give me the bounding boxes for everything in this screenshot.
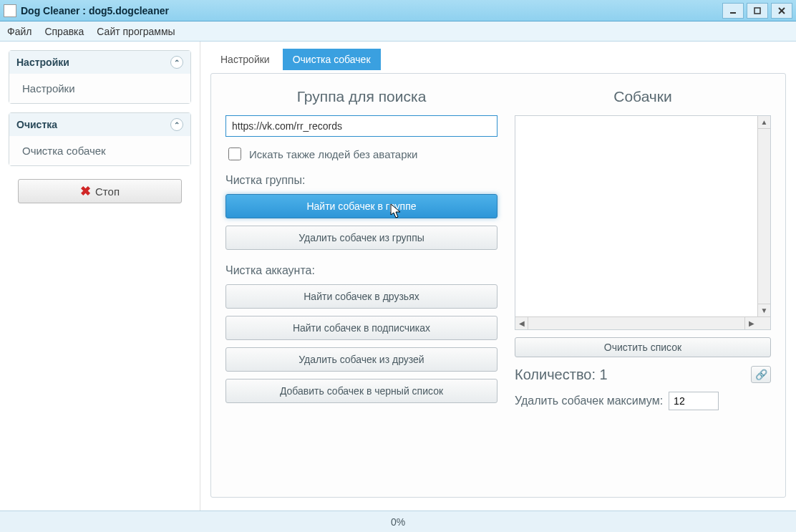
svg-rect-1 bbox=[754, 8, 760, 14]
add-dogs-blacklist-button[interactable]: Добавить собачек в черный список bbox=[225, 379, 498, 403]
menu-site[interactable]: Сайт программы bbox=[97, 26, 175, 37]
sidebar-item-clean-dogs[interactable]: Очистка собачек bbox=[9, 136, 190, 165]
tabs: Настройки Очистка собачек bbox=[210, 49, 786, 70]
delete-dogs-friends-button[interactable]: Удалить собачек из друзей bbox=[225, 347, 498, 372]
sidebar-item-settings[interactable]: Настройки bbox=[9, 74, 190, 103]
progress-bar bbox=[6, 516, 380, 528]
dogs-listbox[interactable]: ▲ ▼ ◀ ▶ bbox=[515, 115, 771, 330]
tab-settings[interactable]: Настройки bbox=[210, 49, 280, 70]
menubar: Файл Справка Сайт программы bbox=[0, 21, 796, 42]
tab-clean-dogs[interactable]: Очистка собачек bbox=[283, 49, 381, 70]
search-heading: Группа для поиска bbox=[225, 88, 498, 105]
maximize-button[interactable] bbox=[747, 3, 768, 19]
find-dogs-group-button[interactable]: Найти собачек в группе bbox=[225, 194, 498, 218]
scroll-up-icon[interactable]: ▲ bbox=[758, 116, 770, 129]
find-dogs-friends-button[interactable]: Найти собачек в друзьях bbox=[225, 284, 498, 309]
panel-settings-title: Настройки bbox=[16, 57, 69, 68]
link-icon-button[interactable]: 🔗 bbox=[751, 366, 771, 383]
scroll-down-icon[interactable]: ▼ bbox=[758, 304, 770, 316]
dogs-column: Собачки ▲ ▼ ◀ ▶ Очистить список Количест… bbox=[515, 85, 771, 485]
menu-file[interactable]: Файл bbox=[7, 26, 31, 37]
delete-dogs-group-button[interactable]: Удалить собачек из группы bbox=[225, 226, 498, 250]
search-column: Группа для поиска Искать также людей без… bbox=[225, 85, 498, 485]
scroll-right-icon[interactable]: ▶ bbox=[744, 317, 757, 329]
panel-settings: Настройки ⌃ Настройки bbox=[9, 50, 191, 104]
no-avatar-label: Искать также людей без аватарки bbox=[249, 148, 417, 160]
dogs-heading: Собачки bbox=[515, 88, 771, 105]
chevron-up-icon: ⌃ bbox=[170, 118, 183, 131]
panel-clean: Очистка ⌃ Очистка собачек bbox=[9, 112, 191, 166]
progress-text: 0% bbox=[391, 516, 405, 528]
close-button[interactable] bbox=[771, 3, 792, 19]
count-label: Количество: 1 bbox=[515, 367, 608, 383]
panel-settings-header[interactable]: Настройки ⌃ bbox=[9, 51, 190, 74]
chevron-up-icon: ⌃ bbox=[170, 56, 183, 69]
group-clean-label: Чистка группы: bbox=[225, 174, 498, 187]
count-value: 1 bbox=[600, 367, 608, 382]
minimize-button[interactable] bbox=[722, 3, 744, 19]
no-avatar-checkbox[interactable] bbox=[228, 147, 241, 160]
account-clean-label: Чистка аккаунта: bbox=[225, 264, 498, 277]
clear-list-button[interactable]: Очистить список bbox=[515, 337, 771, 357]
sidebar: Настройки ⌃ Настройки Очистка ⌃ Очистка … bbox=[0, 42, 200, 511]
x-icon: ✖ bbox=[80, 183, 91, 199]
stop-button[interactable]: ✖ Стоп bbox=[18, 179, 183, 203]
main-area: Настройки Очистка собачек Группа для пои… bbox=[200, 42, 796, 511]
statusbar: 0% bbox=[0, 511, 796, 532]
group-url-input[interactable] bbox=[225, 115, 498, 137]
horizontal-scrollbar[interactable]: ◀ ▶ bbox=[515, 316, 770, 329]
titlebar: Dog Cleaner : dog5.dogcleaner bbox=[0, 0, 796, 21]
vertical-scrollbar[interactable]: ▲ ▼ bbox=[757, 116, 770, 316]
scroll-left-icon[interactable]: ◀ bbox=[515, 317, 528, 329]
content-frame: Группа для поиска Искать также людей без… bbox=[210, 73, 786, 498]
panel-clean-title: Очистка bbox=[16, 119, 57, 130]
window-title: Dog Cleaner : dog5.dogcleaner bbox=[21, 5, 169, 16]
find-dogs-subscribers-button[interactable]: Найти собачек в подписчиках bbox=[225, 316, 498, 340]
max-delete-label: Удалить собачек максимум: bbox=[515, 395, 663, 407]
panel-clean-header[interactable]: Очистка ⌃ bbox=[9, 113, 190, 136]
stop-label: Стоп bbox=[95, 185, 120, 198]
app-icon bbox=[4, 4, 16, 17]
menu-help[interactable]: Справка bbox=[44, 26, 84, 37]
max-delete-input[interactable] bbox=[669, 392, 719, 410]
